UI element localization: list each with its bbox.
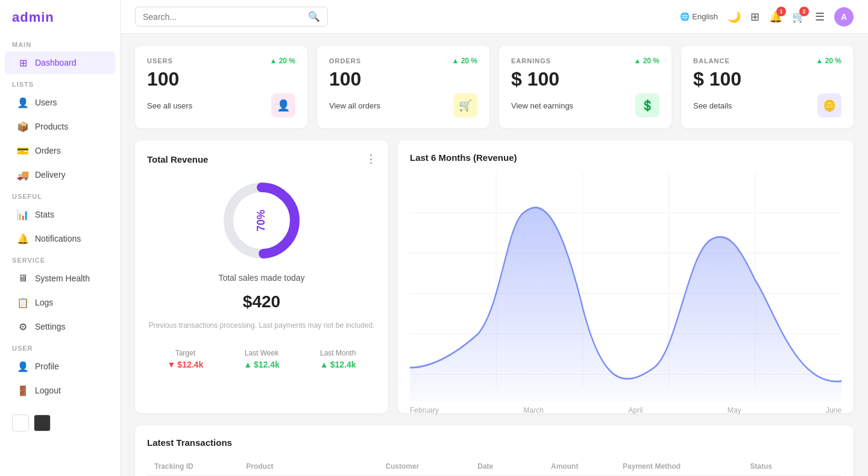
moon-icon: 🌙	[728, 10, 741, 23]
stat-change-users: ▲ 20 %	[269, 57, 295, 65]
sidebar-item-orders[interactable]: 💳 Orders	[5, 139, 115, 162]
stat-link-balance[interactable]: See details 🪙	[693, 93, 841, 117]
x-label-feb: February	[410, 406, 439, 415]
sidebar-item-label: Orders	[35, 146, 61, 155]
sidebar-item-label: Users	[35, 98, 57, 107]
dashboard-icon: ⊞	[17, 57, 29, 69]
notification-button[interactable]: 🔔 1	[769, 10, 782, 23]
sidebar-item-system-health[interactable]: 🖥 System Health	[5, 267, 115, 290]
profile-icon: 👤	[17, 360, 29, 372]
sales-note: Previous transactions processing. Last p…	[149, 321, 375, 330]
section-label-service: SERVICE	[0, 251, 120, 266]
sidebar-item-dashboard[interactable]: ⊞ Dashboard	[5, 51, 115, 74]
users-stat-icon: 👤	[277, 99, 290, 112]
cart-badge: 2	[799, 7, 809, 16]
language-selector[interactable]: 🌐 English	[680, 12, 718, 21]
target-stat: Target ▼ $12.4k	[167, 349, 203, 369]
users-stat-icon-box: 👤	[271, 93, 295, 117]
stat-label-balance: BALANCE	[693, 57, 730, 64]
col-customer: Customer	[378, 457, 470, 476]
search-icon[interactable]: 🔍	[308, 11, 320, 22]
charts-row: Total Revenue ⋮ 70% Total sales made tod…	[135, 140, 854, 413]
dark-mode-toggle[interactable]: 🌙	[728, 10, 741, 23]
stat-cards: USERS ▲ 20 % 100 See all users 👤 ORDERS …	[135, 46, 854, 128]
target-value: ▼ $12.4k	[167, 360, 203, 369]
stat-change-balance: ▲ 20 %	[816, 57, 841, 65]
stat-value-earnings: $ 100	[511, 69, 659, 90]
sidebar-item-label: Notifications	[35, 234, 81, 243]
sidebar: admin MAIN ⊞ Dashboard LISTS 👤 Users 📦 P…	[0, 0, 121, 476]
light-theme-button[interactable]	[12, 415, 29, 431]
stat-value-balance: $ 100	[693, 69, 841, 90]
cart-button[interactable]: 🛒 2	[792, 10, 805, 23]
dark-theme-button[interactable]	[34, 415, 51, 431]
earnings-stat-icon-box: 💲	[635, 93, 659, 117]
header-icons: 🌐 English 🌙 ⊞ 🔔 1 🛒 2 ☰ A	[680, 7, 854, 27]
sidebar-item-stats[interactable]: 📊 Stats	[5, 203, 115, 226]
stat-value-orders: 100	[329, 69, 477, 90]
total-revenue-title: Total Revenue ⋮	[147, 152, 376, 166]
donut-chart: 70%	[216, 175, 307, 266]
stat-change-orders: ▲ 20 %	[451, 57, 477, 65]
stat-link-orders[interactable]: View all orders 🛒	[329, 93, 477, 117]
x-label-jun: June	[826, 406, 841, 415]
system-health-icon: 🖥	[17, 272, 29, 284]
stat-label-earnings: EARNINGS	[511, 57, 551, 64]
sidebar-item-notifications[interactable]: 🔔 Notifications	[5, 227, 115, 250]
sidebar-item-users[interactable]: 👤 Users	[5, 91, 115, 114]
menu-icon-button[interactable]: ☰	[815, 10, 825, 23]
avatar[interactable]: A	[834, 7, 854, 27]
earnings-stat-icon: 💲	[641, 99, 654, 112]
col-product: Product	[239, 457, 378, 476]
notifications-icon: 🔔	[17, 233, 29, 245]
settings-icon: ⚙	[17, 321, 29, 333]
chart-menu-icon[interactable]: ⋮	[365, 152, 376, 166]
sidebar-item-label: Stats	[35, 210, 54, 219]
delivery-icon: 🚚	[17, 169, 29, 181]
col-tracking-id: Tracking ID	[147, 457, 239, 476]
stat-link-users[interactable]: See all users 👤	[147, 93, 295, 117]
x-label-mar: March	[524, 406, 544, 415]
stat-link-text: See all users	[147, 101, 192, 110]
section-label-user: USER	[0, 339, 120, 354]
chart-x-labels: February March April May June	[410, 404, 841, 417]
x-label-may: May	[728, 406, 741, 415]
last-week-label: Last Week	[245, 349, 278, 357]
total-revenue-card: Total Revenue ⋮ 70% Total sales made tod…	[135, 140, 388, 413]
revenue-chart-card: Last 6 Months (Revenue)	[398, 140, 854, 413]
sidebar-item-profile[interactable]: 👤 Profile	[5, 355, 115, 378]
stat-link-text: View net earnings	[511, 101, 573, 110]
layout-icon-button[interactable]: ⊞	[750, 10, 760, 23]
sales-amount: $420	[243, 292, 280, 312]
header: 🔍 🌐 English 🌙 ⊞ 🔔 1 🛒 2 ☰	[121, 0, 868, 34]
stat-change-earnings: ▲ 20 %	[634, 57, 659, 65]
revenue-chart-title: Last 6 Months (Revenue)	[410, 152, 841, 163]
orders-stat-icon-box: 🛒	[453, 93, 477, 117]
sidebar-item-label: Delivery	[35, 170, 66, 180]
sidebar-item-label: Dashboard	[35, 58, 77, 67]
balance-stat-icon-box: 🪙	[817, 93, 841, 117]
sidebar-item-logs[interactable]: 📋 Logs	[5, 291, 115, 314]
search-box[interactable]: 🔍	[135, 7, 328, 27]
col-payment-method: Payment Method	[615, 457, 743, 476]
col-amount: Amount	[544, 457, 615, 476]
transactions-card: Latest Transactions Tracking ID Product …	[135, 425, 854, 476]
sidebar-item-label: Profile	[35, 362, 59, 371]
notification-badge: 1	[776, 7, 786, 16]
last-month-stat: Last Month ▲ $12.4k	[320, 349, 356, 369]
sidebar-item-products[interactable]: 📦 Products	[5, 115, 115, 138]
sidebar-item-settings[interactable]: ⚙ Settings	[5, 315, 115, 338]
section-label-lists: LISTS	[0, 75, 120, 90]
sidebar-item-delivery[interactable]: 🚚 Delivery	[5, 163, 115, 186]
target-label: Target	[175, 349, 195, 357]
svg-text:70%: 70%	[255, 210, 267, 231]
stat-link-earnings[interactable]: View net earnings 💲	[511, 93, 659, 117]
col-status: Status	[743, 457, 841, 476]
page-content: USERS ▲ 20 % 100 See all users 👤 ORDERS …	[121, 34, 868, 476]
sidebar-item-logout[interactable]: 🚪 Logout	[5, 379, 115, 402]
sidebar-item-label: Settings	[35, 322, 66, 331]
area-chart-svg	[410, 172, 841, 401]
search-input[interactable]	[143, 12, 303, 22]
products-icon: 📦	[17, 121, 29, 133]
stat-card-users: USERS ▲ 20 % 100 See all users 👤	[135, 46, 307, 128]
